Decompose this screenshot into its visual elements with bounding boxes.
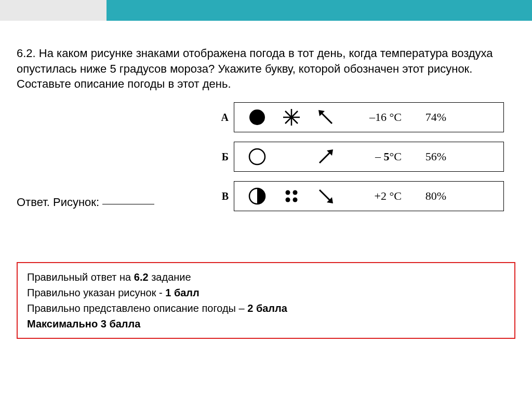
svg-line-5 [321, 112, 332, 123]
weather-row-c: В [214, 181, 515, 211]
humidity-c: 80% [405, 189, 446, 203]
humidity-a: 74% [405, 111, 446, 124]
scoring-l1-suffix: задание [149, 271, 191, 283]
cloud-half-icon [242, 187, 273, 205]
answer-blank[interactable] [102, 204, 154, 204]
temp-b-prefix: – [375, 150, 384, 163]
scoring-l2-bold: 1 балл [165, 287, 200, 298]
svg-point-12 [293, 190, 298, 195]
svg-line-15 [320, 190, 331, 201]
answer-label: Ответ. Рисунок: [17, 196, 99, 209]
svg-point-11 [286, 190, 290, 195]
scoring-line-3: Правильно представлено описание погоды –… [27, 300, 505, 316]
svg-line-8 [320, 152, 331, 163]
cloud-filled-icon [242, 108, 273, 127]
scoring-l1-bold: 6.2 [134, 271, 149, 283]
row-box-a: –16 °C 74% [234, 102, 504, 132]
temperature-b: – 5°C [344, 150, 402, 163]
svg-point-13 [286, 198, 290, 202]
scoring-l1-text: Правильный ответ на [27, 271, 134, 283]
snowflake-icon [276, 108, 307, 127]
content-area: 6.2. На каком рисунке знаками отображена… [0, 21, 532, 221]
cloud-empty-icon [242, 147, 273, 166]
scoring-line-1: Правильный ответ на 6.2 задание [27, 269, 505, 285]
scoring-l3-bold: 2 балла [247, 303, 287, 314]
scoring-box: Правильный ответ на 6.2 задание Правильн… [17, 262, 515, 339]
rain-dots-icon [276, 187, 307, 205]
temp-b-value: 5 [384, 150, 390, 163]
question-body: Ответ. Рисунок: А [17, 102, 515, 221]
arrow-nw-icon [310, 107, 341, 128]
scoring-line-2: Правильно указан рисунок - 1 балл [27, 285, 505, 300]
weather-rows: А [214, 102, 515, 221]
arrow-ne-icon [310, 146, 341, 167]
answer-line: Ответ. Рисунок: [17, 102, 209, 209]
header-bar [0, 0, 532, 21]
temp-b-suffix: °C [390, 150, 402, 163]
temperature-c: +2 °C [344, 189, 402, 203]
row-label-c: В [214, 190, 229, 202]
scoring-l3-text: Правильно представлено описание погоды – [27, 303, 247, 314]
temperature-a: –16 °C [344, 111, 402, 124]
row-box-c: +2 °C 80% [234, 181, 504, 211]
row-box-b: – 5°C 56% [234, 142, 504, 172]
question-text: 6.2. На каком рисунке знаками отображена… [17, 46, 515, 92]
svg-point-0 [249, 109, 265, 125]
weather-row-a: А [214, 102, 515, 132]
weather-row-b: Б – 5°C 56% [214, 142, 515, 172]
arrow-se-icon [310, 186, 341, 207]
svg-point-14 [293, 198, 298, 202]
svg-point-7 [249, 149, 265, 164]
humidity-b: 56% [405, 150, 446, 163]
row-label-b: Б [214, 151, 229, 163]
scoring-line-4: Максимально 3 балла [27, 316, 505, 332]
scoring-l2-text: Правильно указан рисунок - [27, 287, 165, 298]
row-label-a: А [214, 112, 229, 123]
